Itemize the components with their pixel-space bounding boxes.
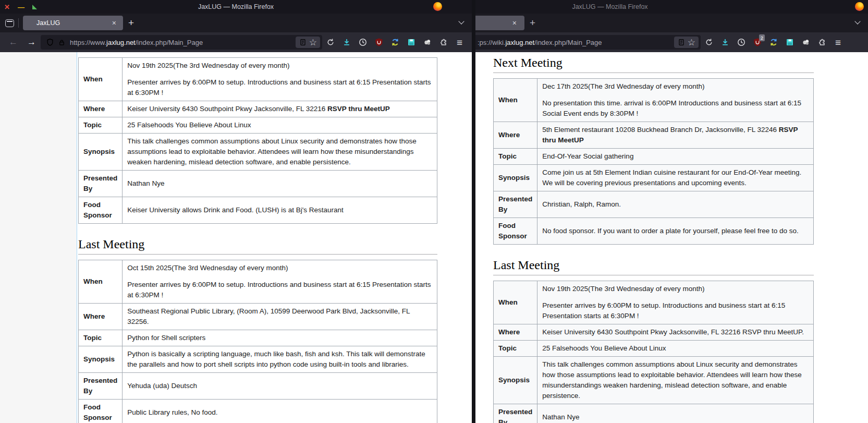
firefox-logo-icon	[855, 2, 864, 11]
meeting-table: WhenNov 19th 2025(The 3rd Wednesday of e…	[78, 57, 437, 224]
tab-jaxlug[interactable]: JaxLUG ×	[23, 16, 123, 30]
new-tab-button[interactable]: +	[123, 17, 139, 29]
url-text: https://www.jaxlug.net/index.php/Main_Pa…	[70, 39, 292, 46]
list-all-tabs-chevron-icon[interactable]	[854, 18, 860, 24]
wiki-content-right: Next MeetingWhenDec 17th 2025(The 3rd We…	[475, 52, 868, 423]
refresh-button[interactable]	[322, 38, 338, 47]
tabbar-right: × +	[475, 14, 868, 32]
rsvp-bold-text: RSVP thru MeetUP	[327, 105, 390, 113]
wiki-page-left: WhenNov 19th 2025(The 3rd Wednesday of e…	[78, 52, 437, 423]
row-label: Synopsis	[494, 357, 537, 404]
privacy-badger-icon[interactable]	[798, 38, 814, 47]
table-row: Food SponsorKeiser University allows Dri…	[79, 197, 437, 224]
row-value: End-Of-Year Social gathering	[537, 149, 814, 165]
table-row: WhereKeiser University 6430 Southpoint P…	[79, 101, 437, 117]
section-heading: Last Meeting	[78, 237, 437, 255]
back-button[interactable]: ←	[4, 37, 22, 47]
tab-close-icon[interactable]: ×	[111, 18, 118, 28]
row-value: Oct 15th 2025(The 3rd Wednesday of every…	[123, 260, 437, 304]
reader-view-icon[interactable]	[299, 38, 307, 47]
table-row: WhereKeiser University 6430 Southpoint P…	[494, 324, 814, 341]
tab-label: JaxLUG	[36, 19, 60, 27]
history-button[interactable]	[733, 38, 749, 47]
url-bar[interactable]: https://www.jaxlug.net/index.php/Main_Pa…	[41, 35, 322, 50]
reader-view-icon[interactable]	[677, 38, 686, 47]
table-row: TopicPython for Shell scripters	[79, 330, 437, 346]
row-value: Public Library rules, No food.	[123, 400, 437, 423]
menu-button[interactable]: ≡	[451, 38, 468, 47]
minimize-button[interactable]: —	[18, 4, 25, 10]
save-page-floppy-icon[interactable]	[781, 38, 798, 47]
lock-icon[interactable]	[58, 39, 66, 46]
toolbar-icons: 2 ≡	[701, 38, 846, 47]
tracking-protection-shield-icon[interactable]	[46, 38, 54, 46]
row-value: 5th Element restaurant 10208 Buckhead Br…	[537, 122, 814, 149]
row-value: Yehuda (uda) Deutsch	[123, 373, 437, 400]
save-page-floppy-icon[interactable]	[403, 38, 419, 47]
row-label: Synopsis	[494, 165, 537, 191]
extensions-icon[interactable]	[435, 38, 451, 47]
row-value: Nathan Nye	[537, 404, 814, 423]
table-row: WhenNov 19th 2025(The 3rd Wednesday of e…	[494, 281, 814, 324]
ublock-origin-icon[interactable]	[371, 38, 387, 47]
table-row: Food SponsorPublic Library rules, No foo…	[79, 400, 437, 423]
row-label: Where	[494, 324, 537, 341]
row-value: Keiser University 6430 Southpoint Pkwy J…	[537, 324, 814, 341]
row-value: Keiser University allows Drink and Food.…	[123, 197, 437, 224]
extensions-icon[interactable]	[814, 38, 830, 47]
page-actions: ☆	[674, 37, 699, 48]
row-label: Presented By	[79, 373, 123, 400]
download-button[interactable]	[717, 38, 733, 47]
row-value: Dec 17th 2025(The 3rd Wednesday of every…	[537, 79, 814, 122]
maximize-button[interactable]	[32, 5, 37, 9]
row-label: Synopsis	[79, 346, 123, 373]
row-value: Southeast Regional Public Library, (Room…	[123, 304, 437, 330]
list-all-tabs-chevron-icon[interactable]	[458, 18, 464, 24]
table-row: Presented ByNathan Nye	[79, 171, 437, 197]
download-button[interactable]	[338, 38, 354, 47]
new-tab-button[interactable]: +	[524, 17, 541, 29]
firefox-logo-icon	[433, 2, 442, 11]
url-bar[interactable]: :ps://wiki.jaxlug.net/index.php/Main_Pag…	[475, 35, 701, 50]
tab-close-icon[interactable]: ×	[511, 18, 518, 28]
table-row: Presented ByChristian, Ralph, Ramon.	[494, 191, 814, 218]
row-value: This talk challenges common assumptions …	[537, 357, 814, 404]
proxy-switcher-icon[interactable]	[387, 38, 403, 47]
firefox-view-icon[interactable]	[5, 19, 14, 27]
row-value: No food sponsor. If you want to order a …	[537, 218, 814, 245]
table-row: Topic25 Falsehoods You Believe About Lin…	[494, 341, 814, 357]
titlebar-left[interactable]: ✕ — JaxLUG — Mozilla Firefox	[0, 0, 472, 14]
table-row: Topic25 Falsehoods You Believe About Lin…	[79, 117, 437, 134]
row-label: Food Sponsor	[79, 197, 123, 224]
window-title: JaxLUG — Mozilla Firefox	[572, 3, 647, 10]
row-label: Presented By	[494, 404, 537, 423]
refresh-button[interactable]	[701, 38, 717, 47]
row-label: When	[79, 58, 123, 101]
row-value: This talk challenges common assumptions …	[123, 134, 437, 171]
menu-button[interactable]: ≡	[830, 38, 846, 47]
toolbar-icons: ≡	[322, 38, 468, 47]
row-label: Topic	[494, 149, 537, 165]
titlebar-right[interactable]: JaxLUG — Mozilla Firefox	[475, 0, 868, 14]
row-label: When	[494, 79, 537, 122]
proxy-switcher-icon[interactable]	[765, 38, 781, 47]
table-row: SynopsisThis talk challenges common assu…	[494, 357, 814, 404]
tab-partial[interactable]: ×	[472, 16, 524, 30]
privacy-badger-icon[interactable]	[419, 38, 435, 47]
table-row: SynopsisCome join us at 5th Element Indi…	[494, 165, 814, 191]
meeting-table: WhenOct 15th 2025(The 3rd Wednesday of e…	[78, 260, 437, 423]
bookmark-star-icon[interactable]: ☆	[688, 38, 695, 47]
history-button[interactable]	[354, 38, 371, 47]
forward-button[interactable]: →	[22, 37, 41, 47]
ublock-origin-icon[interactable]: 2	[749, 38, 765, 47]
close-button[interactable]: ✕	[4, 4, 10, 10]
window-controls: ✕ —	[0, 4, 37, 10]
row-label: Food Sponsor	[494, 218, 537, 245]
section-heading: Next Meeting	[493, 56, 814, 73]
row-value: Nathan Nye	[123, 171, 437, 197]
row-value: Nov 19th 2025(The 3rd Wednesday of every…	[123, 58, 437, 101]
row-label: Synopsis	[79, 134, 123, 171]
table-row: WhereSoutheast Regional Public Library, …	[79, 304, 437, 330]
table-row: SynopsisThis talk challenges common assu…	[79, 134, 437, 171]
bookmark-star-icon[interactable]: ☆	[309, 38, 317, 47]
